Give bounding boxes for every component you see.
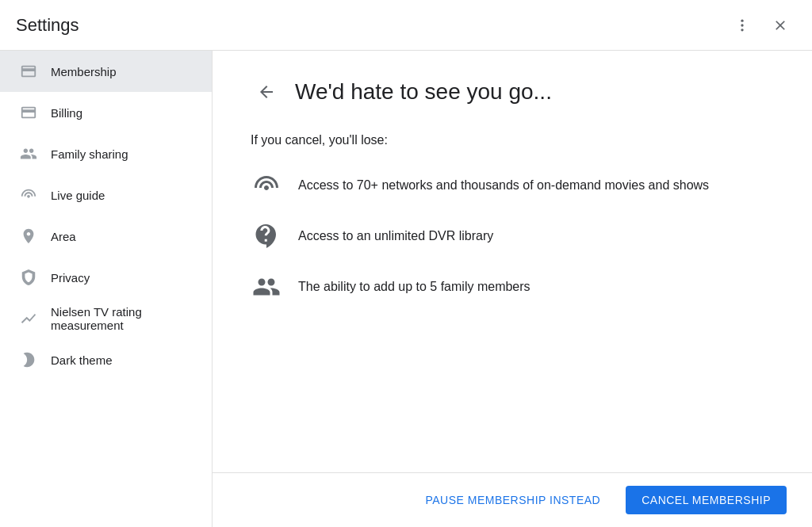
main-title: We'd hate to see you go...: [295, 79, 552, 105]
feature-list: Access to 70+ networks and thousands of …: [251, 170, 774, 303]
feature-family: The ability to add up to 5 family member…: [251, 271, 774, 303]
sidebar-item-privacy[interactable]: Privacy: [0, 257, 212, 298]
cancel-membership-button[interactable]: CANCEL MEMBERSHIP: [626, 486, 787, 514]
family-text: The ability to add up to 5 family member…: [298, 280, 530, 294]
main-footer: PAUSE MEMBERSHIP INSTEAD CANCEL MEMBERSH…: [213, 472, 812, 527]
area-icon: [19, 227, 38, 246]
dvr-text: Access to an unlimited DVR library: [298, 229, 493, 243]
settings-header: Settings: [0, 0, 812, 51]
more-icon: [734, 17, 750, 33]
close-icon: [772, 17, 788, 33]
svg-point-1: [741, 24, 743, 26]
sidebar-billing-label: Billing: [51, 106, 82, 120]
sidebar: Membership Billing Family sharing: [0, 51, 213, 527]
sidebar-membership-label: Membership: [51, 65, 117, 78]
feature-networks: Access to 70+ networks and thousands of …: [251, 170, 774, 201]
sidebar-family-label: Family sharing: [51, 147, 128, 161]
sidebar-item-nielsen[interactable]: Nielsen TV rating measurement: [0, 298, 212, 339]
back-button[interactable]: [251, 76, 282, 108]
live-guide-icon: [19, 185, 38, 204]
privacy-icon: [19, 268, 38, 287]
svg-point-2: [741, 29, 743, 31]
family-members-icon: [251, 271, 282, 303]
header-actions: [726, 10, 796, 41]
main-panel: We'd hate to see you go... If you cancel…: [213, 51, 812, 527]
sidebar-item-family-sharing[interactable]: Family sharing: [0, 133, 212, 174]
more-options-button[interactable]: [726, 10, 758, 41]
main-body: Membership Billing Family sharing: [0, 51, 812, 527]
back-arrow-icon: [257, 82, 276, 101]
sidebar-privacy-label: Privacy: [51, 271, 90, 285]
sidebar-item-area[interactable]: Area: [0, 216, 212, 257]
back-header: We'd hate to see you go...: [251, 76, 774, 108]
networks-icon: [251, 170, 282, 201]
close-button[interactable]: [764, 10, 796, 41]
sidebar-item-live-guide[interactable]: Live guide: [0, 174, 212, 216]
cancel-subtitle: If you cancel, you'll lose:: [251, 133, 774, 147]
family-icon: [19, 144, 38, 163]
main-content-area: We'd hate to see you go... If you cancel…: [213, 51, 812, 472]
sidebar-live-guide-label: Live guide: [51, 189, 105, 202]
sidebar-item-billing[interactable]: Billing: [0, 92, 212, 133]
pause-membership-button[interactable]: PAUSE MEMBERSHIP INSTEAD: [412, 486, 613, 514]
sidebar-dark-theme-label: Dark theme: [51, 353, 113, 367]
membership-icon: [19, 62, 38, 81]
dark-theme-icon: [19, 350, 38, 369]
feature-dvr: Access to an unlimited DVR library: [251, 220, 774, 252]
networks-text: Access to 70+ networks and thousands of …: [298, 178, 709, 193]
sidebar-area-label: Area: [51, 230, 76, 243]
sidebar-nielsen-label: Nielsen TV rating measurement: [51, 305, 193, 332]
page-title: Settings: [16, 15, 79, 36]
sidebar-item-membership[interactable]: Membership: [0, 51, 212, 92]
dvr-icon: [251, 220, 282, 252]
billing-icon: [19, 103, 38, 122]
svg-point-0: [741, 19, 743, 21]
nielsen-icon: [19, 309, 38, 328]
sidebar-item-dark-theme[interactable]: Dark theme: [0, 339, 212, 380]
